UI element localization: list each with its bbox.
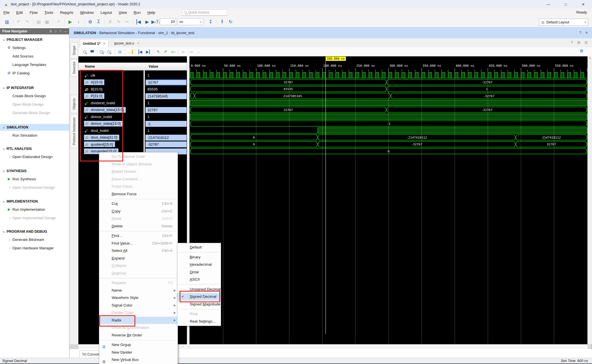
span-markers-icon[interactable]: ↔ [195, 48, 202, 55]
signal-value[interactable]: -2147418112 [145, 135, 187, 141]
menu-item-force-clock-[interactable]: Force Clock... [99, 183, 178, 190]
run-icon[interactable]: ▶ [67, 18, 74, 25]
panel-window-icon[interactable]: ? [571, 41, 573, 45]
generate-bitstream-icon[interactable]: ↓ [75, 18, 82, 25]
menu-item-delete[interactable]: DeleteDelete [99, 223, 178, 230]
simulation-time-input[interactable] [160, 18, 176, 25]
flow-item-open-hardware-manager[interactable]: ›Open Hardware Manager [0, 245, 69, 251]
menu-run[interactable]: Run [130, 10, 144, 15]
flow-navigator-header-icon[interactable]: ? [59, 30, 61, 33]
menu-view[interactable]: View [115, 10, 130, 15]
next-marker-icon[interactable]: ⇥ [187, 48, 195, 55]
scroll-right-icon[interactable]: › [182, 345, 183, 348]
flow-item-add-sources[interactable]: Add Sources [0, 53, 69, 59]
flow-section-project-manager[interactable]: ∨PROJECT MANAGER [0, 36, 69, 43]
flow-navigator-header-icon[interactable]: ⇅ [49, 30, 52, 33]
window-maximize-button[interactable]: □ [557, 0, 575, 8]
menu-item-cut[interactable]: CutCtrl+X [99, 200, 178, 208]
zoom-in-icon[interactable]: + [99, 48, 106, 55]
signal-value[interactable]: 32767 [145, 107, 187, 113]
menu-item-ungroup[interactable]: Ungroup [99, 270, 178, 277]
window-minimize-button[interactable]: — [540, 0, 557, 8]
settings-icon[interactable]: ⚙ [87, 18, 94, 25]
flow-item-generate-block-design[interactable]: Generate Block Design [0, 110, 69, 116]
menu-item-copy[interactable]: CopyCtrl+C [99, 208, 178, 215]
undo-icon[interactable]: ↶ [15, 18, 22, 25]
menu-help[interactable]: Help [144, 10, 159, 15]
swap-left-icon[interactable]: ↰ [154, 48, 162, 55]
signal-value[interactable]: 65535 [145, 86, 187, 92]
side-tab-protocol-instances[interactable]: Protocol Instances [70, 114, 78, 148]
swap-right-icon[interactable]: ↱ [162, 48, 169, 55]
edit-icon[interactable]: ✎ [115, 18, 122, 25]
redo-icon[interactable]: ↷ [23, 18, 31, 25]
search-icon[interactable] [81, 48, 88, 55]
flow-item-open-elaborated-design[interactable]: ›Open Elaborated Design [0, 154, 69, 160]
signal-value[interactable]: 1 [145, 128, 187, 134]
copy-icon[interactable]: ▤ [35, 18, 42, 25]
flow-item-run-synthesis[interactable]: ▶Run Synthesis [0, 176, 69, 182]
signal-value[interactable]: 1 [145, 100, 187, 106]
scroll-up-icon[interactable]: ∧ [589, 56, 591, 59]
flow-item-run-implementation[interactable]: ▶Run Implementation [0, 206, 69, 212]
menu-item-waveform-style[interactable]: Waveform Style▶ [99, 294, 178, 302]
flow-section-simulation[interactable]: ∨SIMULATION [0, 124, 69, 131]
flow-item-open-block-design[interactable]: Open Block Design [0, 101, 69, 107]
waveform-settings-gear-icon[interactable]: ⚙ [580, 48, 584, 54]
report-icon[interactable]: Σ [95, 18, 102, 25]
layout-selector[interactable]: ▤ Default Layout ∨ [539, 19, 588, 26]
menu-item-new-virtual-bus[interactable]: ▦New Virtual Bus [99, 356, 178, 364]
panel-window-icon[interactable]: ⊟ [577, 41, 580, 45]
section-chevron-icon[interactable]: ∨ [3, 170, 5, 173]
menu-item-collapse[interactable]: Collapse [99, 262, 178, 270]
menu-reports[interactable]: Reports [57, 10, 77, 15]
tab-untitled-1-[interactable]: Untitled 1*✕ [80, 39, 109, 48]
flow-section-implementation[interactable]: ∨IMPLEMENTATION [0, 198, 69, 205]
flow-item-language-templates[interactable]: Language Templates [0, 61, 69, 68]
restart-sim-icon[interactable]: ◀ [135, 18, 142, 25]
flow-item-open-synthesized-design[interactable]: ›Open Synthesized Design [0, 184, 69, 190]
banner-icon[interactable]: ✕ [585, 31, 588, 35]
section-chevron-icon[interactable]: ∨ [3, 200, 5, 203]
menu-item-rename[interactable]: RenameF2 [99, 279, 178, 287]
signal-value[interactable]: 1 [145, 72, 187, 78]
radix-option-real[interactable]: Real [177, 310, 221, 318]
close-icon[interactable]: ✕ [137, 42, 139, 45]
menu-item-name[interactable]: Name▶ [99, 287, 178, 294]
radix-option-default[interactable]: Default [177, 244, 221, 251]
flow-section-ip-integrator[interactable]: ∨IP INTEGRATOR [0, 85, 69, 91]
signal-value[interactable]: -1 [145, 121, 187, 127]
cursor-time-flag[interactable]: 205.004 ns [326, 57, 346, 61]
save-waveform-icon[interactable] [89, 48, 96, 55]
previous-transition-icon[interactable]: ◀ [137, 48, 144, 55]
menu-item-find-value-[interactable]: Find Value...Ctrl+Shift+F [99, 240, 178, 247]
menu-layout[interactable]: Layout [97, 10, 115, 15]
radix-option-hexadecimal[interactable]: Hexadecimal [177, 261, 221, 268]
open-recent-icon[interactable]: ▥ [3, 18, 11, 25]
flow-section-program-and-debug[interactable]: ∨PROGRAM AND DEBUG [0, 228, 69, 235]
run-for-time-icon[interactable]: ▶₍T₎ [152, 18, 159, 25]
menu-item-find-[interactable]: Find...Ctrl+F [99, 232, 178, 240]
menu-item-new-group[interactable]: ▧New Group [99, 341, 178, 349]
menu-window[interactable]: Window [77, 10, 97, 15]
flow-section-synthesis[interactable]: ∨SYNTHESIS [0, 168, 69, 174]
menu-item-force-constant-[interactable]: Force Constant... [99, 176, 178, 183]
pause-icon[interactable]: ‖ [218, 18, 226, 25]
radix-option-ascii[interactable]: ASCII [177, 276, 221, 283]
value-column-header[interactable]: Value [149, 64, 158, 68]
banner-icon[interactable]: ? [579, 31, 581, 35]
relaunch-icon[interactable]: ↻ [227, 18, 234, 25]
invalidate-icon[interactable]: ✗ [107, 18, 114, 25]
close-icon[interactable]: ✕ [103, 42, 105, 45]
section-chevron-icon[interactable]: ∨ [3, 126, 5, 129]
signal-value[interactable]: -32767 [145, 141, 187, 147]
scroll-left-icon[interactable]: ‹ [188, 345, 189, 348]
menu-edit[interactable]: Edit [13, 10, 26, 15]
menu-item-remove-force[interactable]: Remove Force [99, 190, 178, 198]
side-tab-objects[interactable]: Objects [70, 95, 78, 113]
signal-value[interactable]: 1 [145, 114, 187, 120]
vertical-scrollbar[interactable]: ∧ [587, 56, 592, 344]
paste-icon[interactable]: ▦ [43, 18, 51, 25]
menu-file[interactable]: File [0, 10, 13, 15]
flow-navigator-header-icon[interactable]: ◇ [54, 30, 57, 33]
